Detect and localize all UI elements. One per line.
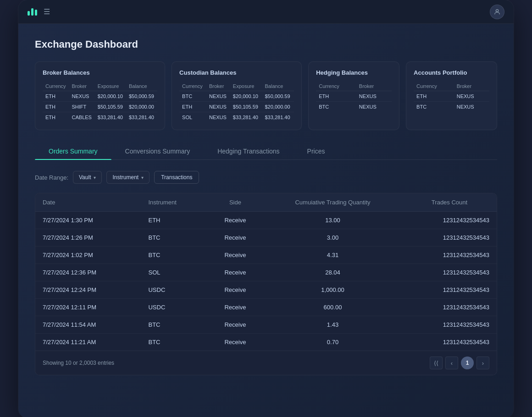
table-row: SOLNEXUS$33,281.40$33,281.40 (179, 112, 294, 123)
ap-col-broker: Broker (454, 82, 489, 91)
table-row: 7/27/2024 11:54 AMBTCReceive1.4312312432… (35, 316, 497, 334)
table-row: ETHNEXUS$20,000.10$50,000.59 (43, 91, 157, 102)
broker-balances-table: Currency Broker Exposure Balance ETHNEXU… (43, 82, 157, 122)
transactions-button[interactable]: Transactions (154, 171, 199, 184)
bb-col-exposure: Exposure (95, 82, 126, 91)
hb-col-currency: Currency (316, 82, 356, 91)
svg-point-0 (496, 9, 498, 11)
logo-bar-3 (35, 10, 37, 16)
bb-col-currency: Currency (43, 82, 69, 91)
table-row: 7/27/2024 1:30 PMETHReceive13.0012312432… (35, 212, 497, 229)
table-row: 7/27/2024 1:02 PMBTCReceive4.31123124325… (35, 247, 497, 264)
table-row: ETHNEXUS$50,105.59$20,000.00 (179, 102, 294, 112)
instrument-label: Instrument (112, 174, 139, 181)
hedging-balances-card: Hedging Balances Currency Broker ETHNEXU… (308, 61, 399, 130)
vault-dropdown[interactable]: Vault ▾ (73, 171, 102, 184)
col-quantity: Cumuiative Trading Quantity (263, 193, 402, 212)
cb-col-balance: Balance (262, 82, 294, 91)
bb-col-broker: Broker (69, 82, 95, 91)
custodian-balances-table: Currency Broker Exposure Balance BTCNEXU… (179, 82, 294, 122)
pagination-info: Showing 10 or 2,0003 entries (43, 360, 114, 366)
cb-col-exposure: Exposure (230, 82, 262, 91)
logo-icon (28, 8, 37, 16)
table-row: ETHNEXUS (414, 91, 489, 102)
table-row: ETHSHIFT$50,105.59$20,000.00 (43, 102, 157, 112)
date-range-label: Date Range: (35, 174, 68, 181)
table-row: BTCNEXUS$20,000.10$50,000.59 (179, 91, 294, 102)
custodian-balances-title: Custodian Balances (179, 69, 294, 76)
next-page-button[interactable]: › (477, 357, 489, 369)
table-row: 7/27/2024 12:11 PMUSDCReceive600.0012312… (35, 299, 497, 316)
instrument-dropdown[interactable]: Instrument ▾ (106, 171, 150, 184)
bb-col-balance: Balance (126, 82, 157, 91)
tabs-row: Orders Summary Conversions Summary Hedgi… (35, 143, 497, 160)
instrument-chevron-icon: ▾ (141, 175, 144, 180)
col-side: Side (207, 193, 263, 212)
prev-page-button[interactable]: ‹ (445, 357, 458, 369)
table-row: BTCNEXUS (414, 102, 489, 112)
user-avatar[interactable] (490, 5, 504, 19)
data-table-wrapper: Date Instrument Side Cumuiative Trading … (35, 193, 497, 375)
cb-col-broker: Broker (206, 82, 230, 91)
tab-conversions-summary[interactable]: Conversions Summary (111, 143, 204, 159)
hamburger-icon[interactable]: ☰ (44, 7, 50, 16)
main-content: Exchange Dashboard Broker Balances Curre… (18, 24, 514, 417)
col-date: Date (35, 193, 141, 212)
vault-label: Vault (79, 174, 91, 181)
tab-prices[interactable]: Prices (294, 143, 339, 159)
broker-balances-card: Broker Balances Currency Broker Exposure… (35, 61, 165, 130)
accounts-portfolio-title: Accounts Portfolio (414, 69, 489, 76)
table-row: ETHNEXUS (316, 91, 392, 102)
table-row: 7/27/2024 12:36 PMSOLReceive28.041231243… (35, 264, 497, 281)
table-row: ETHCABLES$33,281.40$33,281.40 (43, 112, 157, 123)
table-row: BTCNEXUS (316, 102, 392, 112)
table-row: 7/27/2024 11:21 AMBTCReceive0.7012312432… (35, 334, 497, 351)
app-frame: ☰ Exchange Dashboard Broker Balances Cur… (18, 0, 514, 417)
broker-balances-title: Broker Balances (43, 69, 157, 76)
logo-bar-1 (28, 11, 30, 16)
col-instrument: Instrument (141, 193, 207, 212)
accounts-portfolio-table: Currency Broker ETHNEXUSBTCNEXUS (414, 82, 489, 112)
col-trades: Trades Count (402, 193, 497, 212)
pagination-controls: ⟨⟨ ‹ 1 › (430, 357, 489, 369)
top-nav: ☰ (18, 0, 514, 24)
tab-orders-summary[interactable]: Orders Summary (35, 143, 111, 159)
pagination-row: Showing 10 or 2,0003 entries ⟨⟨ ‹ 1 › (35, 351, 497, 375)
hedging-balances-title: Hedging Balances (316, 69, 392, 76)
cb-col-currency: Currency (179, 82, 206, 91)
tab-hedging-transactions[interactable]: Hedging Transactions (204, 143, 293, 159)
logo-bar-2 (31, 8, 33, 16)
filters-row: Date Range: Vault ▾ Instrument ▾ Transac… (35, 171, 497, 184)
hb-col-broker: Broker (356, 82, 392, 91)
custodian-balances-card: Custodian Balances Currency Broker Expos… (172, 61, 302, 130)
nav-left: ☰ (28, 7, 50, 16)
orders-table: Date Instrument Side Cumuiative Trading … (35, 193, 497, 351)
cards-row: Broker Balances Currency Broker Exposure… (35, 61, 497, 130)
first-page-button[interactable]: ⟨⟨ (430, 357, 443, 369)
accounts-portfolio-card: Accounts Portfolio Currency Broker ETHNE… (406, 61, 497, 130)
hedging-balances-table: Currency Broker ETHNEXUSBTCNEXUS (316, 82, 392, 112)
current-page-indicator[interactable]: 1 (461, 357, 474, 369)
ap-col-currency: Currency (414, 82, 454, 91)
table-row: 7/27/2024 12:24 PMUSDCReceive1,000.00123… (35, 281, 497, 299)
page-title: Exchange Dashboard (35, 38, 497, 50)
table-row: 7/27/2024 1:26 PMBTCReceive3.00123124325… (35, 229, 497, 247)
vault-chevron-icon: ▾ (94, 175, 96, 180)
